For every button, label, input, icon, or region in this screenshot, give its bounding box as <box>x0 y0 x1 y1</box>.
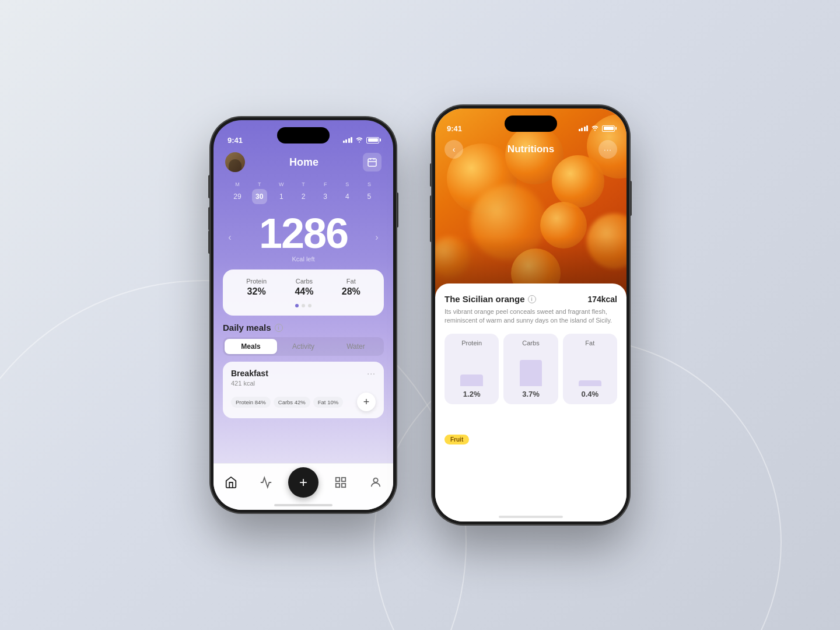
fat-col-value: 0.4% <box>582 390 599 398</box>
fat-bar <box>579 380 601 386</box>
battery-icon-right <box>602 125 615 132</box>
carbs-col-value: 3.7% <box>522 390 540 398</box>
fat-tag: Fat 10% <box>313 397 343 408</box>
dynamic-island-left <box>277 127 330 144</box>
tab-activity[interactable]: Activity <box>277 339 330 354</box>
day-col-sun[interactable]: S 5 <box>360 181 378 204</box>
dot-1 <box>295 304 299 307</box>
macro-col-carbs: Carbs 3.7% <box>503 334 558 404</box>
protein-label: Protein <box>246 278 267 285</box>
status-time-right: 9:41 <box>447 124 462 133</box>
status-icons-right <box>579 124 615 132</box>
dot-3 <box>308 304 312 307</box>
macro-col-fat: Fat 0.4% <box>563 334 617 404</box>
home-content: Home M 29 <box>214 120 393 510</box>
carbs-bar <box>520 360 542 386</box>
back-button[interactable]: ‹ <box>444 140 463 159</box>
macro-fat: Fat 28% <box>342 278 360 297</box>
dot-2 <box>302 304 305 307</box>
add-button[interactable]: + <box>288 467 318 498</box>
next-arrow[interactable]: › <box>370 230 384 244</box>
carbs-value: 44% <box>295 286 313 297</box>
calorie-display: 1286 Kcal left <box>259 212 348 262</box>
nutrition-value-label: Nutrition Value <box>444 485 486 492</box>
svg-rect-0 <box>368 159 376 166</box>
svg-rect-4 <box>336 477 340 481</box>
breakfast-header: Breakfast ··· <box>231 369 376 378</box>
macro-col-carbs-label: Carbs <box>522 340 539 346</box>
protein-bar <box>460 374 483 386</box>
daily-meals-header: Daily meals i <box>223 323 384 332</box>
phone-left-screen: 9:41 <box>214 120 393 510</box>
status-time-left: 9:41 <box>228 136 243 145</box>
wifi-icon-left <box>355 136 363 144</box>
scan-icon <box>334 476 347 489</box>
nutrition-header: ‹ Nutritions ··· <box>435 140 626 159</box>
day-col-fri[interactable]: F 3 <box>317 181 334 204</box>
macro-row: Protein 32% Carbs 44% Fat 28% <box>232 278 374 297</box>
hero-text: Fruit The Sicilian orange 200g Nutrition… <box>444 433 617 492</box>
day-col-tue[interactable]: T 30 <box>251 181 268 204</box>
svg-rect-5 <box>342 477 345 481</box>
nav-activity[interactable] <box>253 470 279 495</box>
protein-bar-container <box>449 351 494 386</box>
calendar-button[interactable] <box>363 153 382 172</box>
tab-meals[interactable]: Meals <box>225 339 277 354</box>
tab-water[interactable]: Water <box>330 339 382 354</box>
fat-bar-container <box>568 351 612 386</box>
breakfast-card: Breakfast ··· 421 kcal Protein 84% Carbs… <box>223 362 384 418</box>
protein-value: 32% <box>246 286 267 297</box>
calendar-icon <box>368 158 377 167</box>
breakfast-kcal: 421 kcal <box>231 380 376 387</box>
phone-right-screen: 9:41 <box>435 108 626 522</box>
nav-scan[interactable] <box>328 470 354 495</box>
protein-col-value: 1.2% <box>463 390 481 398</box>
day-col-mon[interactable]: M 29 <box>229 181 246 204</box>
fruit-badge: Fruit <box>444 435 469 444</box>
macro-tags: Protein 84% Carbs 42% Fat 10% + <box>231 393 376 411</box>
macro-protein: Protein 32% <box>246 278 267 297</box>
macro-columns: Protein 1.2% Carbs 3.7% <box>444 334 617 404</box>
signal-icon-right <box>579 125 589 131</box>
bottom-nav: + <box>214 463 393 510</box>
breakfast-title: Breakfast <box>231 369 268 378</box>
nutrition-info-icon: i <box>528 295 536 303</box>
fat-label: Fat <box>342 278 360 285</box>
nutrition-food-name-row: The Sicilian orange i <box>444 294 536 304</box>
avatar[interactable] <box>225 152 245 172</box>
daily-meals-section: Daily meals i Meals Activity Water Break… <box>214 323 393 418</box>
day-col-sat[interactable]: S 4 <box>338 181 356 204</box>
prev-arrow[interactable]: ‹ <box>223 230 237 244</box>
hero-row: The Sicilian orange 200g <box>444 448 617 484</box>
svg-rect-6 <box>342 483 345 487</box>
week-calendar: M 29 T 30 W 1 T 2 <box>219 178 387 208</box>
carbs-tag: Carbs 42% <box>274 397 310 408</box>
phones-container: 9:41 <box>210 105 630 525</box>
more-options-icon[interactable]: ··· <box>367 369 376 378</box>
nutrition-description: Its vibrant orange peel conceals sweet a… <box>444 307 617 326</box>
carbs-label: Carbs <box>295 278 313 285</box>
nutrition-card-header: The Sicilian orange i 174kcal <box>444 294 617 304</box>
nav-profile[interactable] <box>363 470 388 495</box>
macro-dots <box>232 304 374 307</box>
add-meal-button[interactable]: + <box>357 393 376 411</box>
macro-col-fat-label: Fat <box>585 340 594 346</box>
battery-icon-left <box>366 137 379 144</box>
signal-icon-left <box>343 137 353 143</box>
day-col-thu[interactable]: T 2 <box>295 181 312 204</box>
hero-sub: Nutrition Value 174kcal <box>444 485 617 492</box>
nutrition-page-title: Nutritions <box>508 144 554 155</box>
hero-kcal: 174kcal <box>595 485 617 492</box>
more-button[interactable]: ··· <box>598 140 617 159</box>
nutrition-content: 9:41 <box>435 108 626 522</box>
home-indicator-left <box>274 504 332 506</box>
protein-tag: Protein 84% <box>231 397 271 408</box>
activity-icon <box>260 476 272 489</box>
calorie-section: ‹ 1286 Kcal left › <box>214 208 393 262</box>
home-icon <box>225 476 237 489</box>
hero-weight: 200g <box>583 457 617 475</box>
day-col-wed[interactable]: W 1 <box>272 181 290 204</box>
hero-food-name: The Sicilian orange <box>444 448 583 484</box>
nav-home[interactable] <box>218 470 244 495</box>
home-indicator-right <box>499 516 563 518</box>
